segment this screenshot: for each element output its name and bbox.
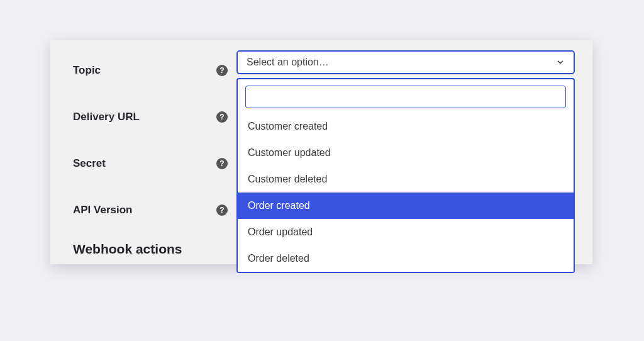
help-icon[interactable]: ? <box>216 111 228 123</box>
topic-option[interactable]: Customer deleted <box>238 166 574 193</box>
help-icon[interactable]: ? <box>216 204 228 216</box>
label-topic: Topic ? <box>73 64 236 77</box>
topic-option[interactable]: Customer updated <box>238 140 574 166</box>
topic-dropdown: Customer createdCustomer updatedCustomer… <box>236 78 575 273</box>
topic-select-placeholder: Select an option… <box>247 57 329 68</box>
topic-option[interactable]: Order deleted <box>238 245 574 272</box>
topic-option[interactable]: Customer created <box>238 113 574 140</box>
label-delivery-url: Delivery URL ? <box>73 111 236 123</box>
topic-dropdown-search-wrap <box>238 79 574 113</box>
label-secret: Secret ? <box>73 157 236 170</box>
label-api-version-text: API Version <box>73 204 132 216</box>
chevron-down-icon <box>556 58 565 67</box>
label-delivery-url-text: Delivery URL <box>73 111 140 123</box>
topic-select-button[interactable]: Select an option… <box>236 50 575 74</box>
topic-select: Select an option… Customer createdCustom… <box>236 50 575 273</box>
topic-dropdown-search-input[interactable] <box>245 86 566 108</box>
help-icon[interactable]: ? <box>216 158 228 169</box>
topic-option[interactable]: Order created <box>238 193 574 219</box>
label-topic-text: Topic <box>73 64 101 77</box>
webhook-settings-panel: Topic ? Delivery URL ? Secret ? API Vers… <box>50 40 592 264</box>
topic-option[interactable]: Order updated <box>238 219 574 245</box>
help-icon[interactable]: ? <box>216 65 228 76</box>
label-api-version: API Version ? <box>73 204 236 216</box>
label-secret-text: Secret <box>73 157 106 170</box>
